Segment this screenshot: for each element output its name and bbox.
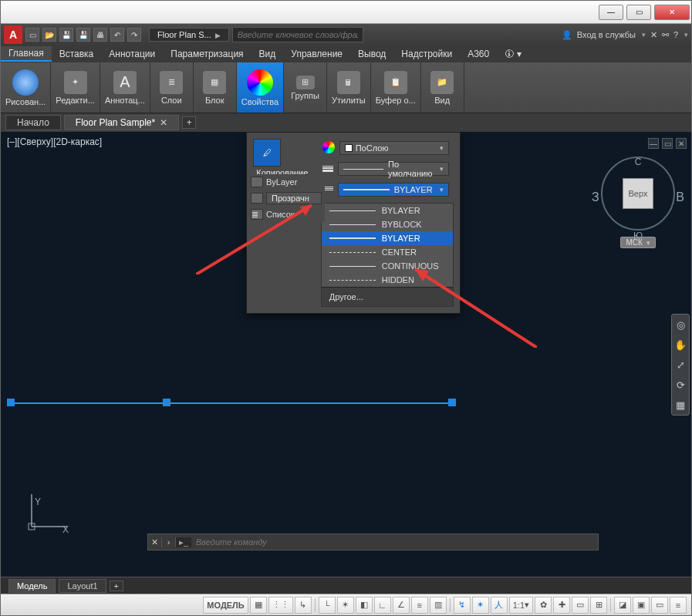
otrack-icon[interactable]: ∠	[393, 597, 410, 614]
saveas-icon[interactable]: 💾	[76, 28, 90, 42]
keyword-search[interactable]	[232, 27, 363, 42]
tab-addins[interactable]: Надстройки	[393, 47, 460, 61]
tab-view[interactable]: Вид	[251, 47, 284, 61]
panel-block[interactable]: ▦Блок	[194, 62, 237, 113]
tab-a360[interactable]: A360	[460, 47, 497, 61]
panel-annotate[interactable]: AАннотац...	[100, 62, 150, 113]
quick-properties-icon[interactable]: ▭	[572, 597, 589, 614]
close-icon[interactable]: ✕	[160, 117, 167, 128]
linetype-item[interactable]: BYLAYER	[322, 231, 453, 245]
viewcube-top[interactable]: Верх	[623, 178, 653, 209]
transparency-icon[interactable]	[251, 193, 263, 204]
viewcube-east[interactable]: В	[676, 190, 684, 204]
undo-icon[interactable]: ↶	[110, 28, 124, 42]
linetype-item[interactable]: BYBLOCK	[322, 217, 453, 231]
color-select[interactable]: ПоСлою ▾	[339, 141, 449, 155]
annotation-icon[interactable]: ✚	[553, 597, 570, 614]
linetype-item[interactable]: CONTINUOUS	[322, 259, 453, 273]
signin-icon[interactable]: 👤	[562, 30, 572, 40]
tab-insert[interactable]: Вставка	[52, 47, 102, 61]
linetype-item[interactable]: HIDDEN	[322, 273, 453, 287]
lock-ui-icon[interactable]: ⊞	[590, 597, 607, 614]
polar-icon[interactable]: ✶	[337, 597, 354, 614]
viewcube[interactable]: С Ю В З Верх МСК ▾	[596, 141, 680, 248]
minimize-button[interactable]: —	[599, 5, 623, 20]
maximize-button[interactable]: ▭	[626, 5, 651, 20]
tab-parametric[interactable]: Параметризация	[163, 47, 251, 61]
panel-draw[interactable]: Рисован...	[1, 62, 51, 113]
steering-wheel-icon[interactable]: ◎	[672, 315, 689, 335]
selected-line[interactable]	[10, 402, 455, 404]
infer-icon[interactable]: ↳	[295, 597, 312, 614]
osnap-icon[interactable]: ∟	[374, 597, 391, 614]
command-history-icon[interactable]: ›	[162, 537, 176, 547]
signin-link[interactable]: Вход в службы	[577, 30, 636, 39]
layout-tab-layout1[interactable]: Layout1	[59, 579, 106, 593]
panel-view[interactable]: 📁Вид	[421, 62, 464, 113]
iso-icon[interactable]: ◧	[356, 597, 373, 614]
redo-icon[interactable]: ↷	[127, 28, 141, 42]
panel-layers[interactable]: ≣Слои	[150, 62, 194, 113]
lineweight-icon[interactable]	[322, 165, 333, 173]
linetype-item[interactable]: BYLAYER	[322, 204, 453, 217]
transparency-select[interactable]: Прозрачн	[266, 192, 322, 204]
viewport-label[interactable]: [–][Сверху][2D-каркас]	[7, 136, 102, 147]
grip-endpoint[interactable]	[7, 399, 15, 406]
list-label[interactable]: Список	[266, 210, 295, 219]
ortho-icon[interactable]: └	[319, 597, 336, 614]
selection-cycling-icon[interactable]: ↯	[454, 597, 471, 614]
viewcube-south[interactable]: Ю	[633, 231, 643, 241]
tab-output[interactable]: Вывод	[350, 47, 393, 61]
snap-icon[interactable]: ⋮⋮	[268, 597, 293, 614]
tab-home[interactable]: Главная	[1, 46, 52, 62]
grip-endpoint[interactable]	[448, 399, 456, 406]
dynamic-ucs-icon[interactable]: 人	[491, 597, 508, 614]
layout-tab-model[interactable]: Модель	[8, 579, 56, 593]
panel-properties[interactable]: Свойства	[237, 62, 284, 113]
hardware-accel-icon[interactable]: ▣	[633, 597, 650, 614]
3dosnap-icon[interactable]: ✶	[472, 597, 489, 614]
linetype-item[interactable]: CENTER	[322, 245, 453, 259]
open-icon[interactable]: 📂	[42, 28, 56, 42]
panel-clipboard[interactable]: 📋Буфер о...	[371, 62, 421, 113]
list-icon[interactable]: ≣	[251, 209, 263, 220]
match-properties-icon[interactable]: 🖊	[253, 139, 281, 167]
color-wheel-icon[interactable]	[322, 141, 335, 153]
clean-screen-icon[interactable]: ▭	[651, 597, 668, 614]
command-line[interactable]: ✕ › ▸_	[147, 534, 599, 550]
linetype-select[interactable]: BYLAYER ▾	[338, 183, 449, 197]
grid-icon[interactable]: ▦	[250, 597, 267, 614]
print-icon[interactable]: 🖶	[93, 28, 107, 42]
drawing-area[interactable]: [–][Сверху][2D-каркас] — ▭ ✕ 🖊 Копирован…	[1, 132, 691, 577]
close-button[interactable]: ✕	[654, 5, 690, 20]
showmotion-icon[interactable]: ▦	[672, 395, 689, 415]
command-input[interactable]	[191, 537, 598, 547]
tab-overflow-icon[interactable]: 🛈 ▾	[497, 47, 528, 61]
plotstyle-icon[interactable]	[251, 177, 263, 187]
customize-icon[interactable]: ≡	[670, 597, 687, 614]
lineweight-display-icon[interactable]: ≡	[411, 597, 428, 614]
tab-annotations[interactable]: Аннотации	[101, 47, 163, 61]
annotation-scale[interactable]: 1:1 ▾	[509, 597, 533, 614]
workspace-icon[interactable]: ✿	[535, 597, 552, 614]
tab-manage[interactable]: Управление	[283, 47, 350, 61]
save-icon[interactable]: 💾	[59, 28, 73, 42]
new-tab-button[interactable]: +	[182, 116, 196, 129]
tab-start[interactable]: Начало	[5, 115, 61, 130]
new-icon[interactable]: ▭	[25, 28, 39, 42]
zoom-extents-icon[interactable]: ⤢	[672, 355, 689, 375]
panel-utilities[interactable]: 🖩Утилиты	[327, 62, 371, 113]
viewcube-west[interactable]: З	[592, 190, 599, 204]
modelspace-toggle[interactable]: МОДЕЛЬ	[203, 597, 248, 614]
pan-icon[interactable]: ✋	[672, 335, 689, 355]
orbit-icon[interactable]: ⟳	[672, 375, 689, 395]
layout-add-button[interactable]: +	[110, 581, 123, 591]
transparency-icon[interactable]: ▥	[430, 597, 447, 614]
lineweight-select[interactable]: По умолчанию ▾	[338, 162, 449, 176]
app-logo[interactable]: A	[4, 25, 22, 44]
exchange-icon[interactable]: ✕	[650, 30, 657, 40]
share-icon[interactable]: ⚯	[662, 30, 669, 40]
viewcube-north[interactable]: С	[635, 157, 642, 167]
panel-groups[interactable]: ⊞Группы	[284, 62, 327, 113]
command-close-icon[interactable]: ✕	[148, 537, 162, 547]
